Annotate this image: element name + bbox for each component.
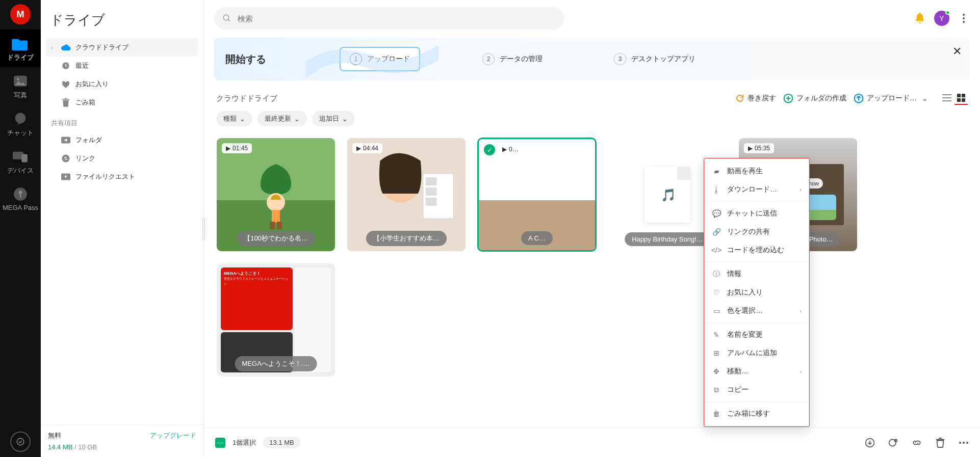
menu-download[interactable]: ⭳ダウンロード…› (705, 180, 809, 199)
rail-photos[interactable]: 写真 (0, 67, 41, 105)
user-avatar[interactable]: Y (934, 11, 949, 26)
svg-point-36 (959, 442, 961, 444)
storage-used: 14.4 MB (48, 443, 72, 451)
menu-favourite[interactable]: ♡お気に入り (705, 283, 809, 302)
banner-title: 開始する (225, 52, 266, 66)
shared-file-request[interactable]: ファイルリクエスト (46, 168, 198, 186)
duration-badge: ▶ 0… (498, 144, 523, 154)
upload-icon (854, 93, 864, 103)
tree-cloud-drive[interactable]: › クラウドドライブ (46, 38, 198, 57)
sidebar: ドライブ › クラウドドライブ 最近 お気に入り ごみ箱 共 (41, 0, 204, 457)
image-icon (12, 73, 29, 89)
svg-point-15 (963, 17, 965, 19)
search-input[interactable] (238, 14, 556, 23)
filter-chips: 種類⌄ 最終更新⌄ 追加日⌄ (204, 108, 980, 133)
menu-copy[interactable]: ⧉コピー (705, 381, 809, 399)
file-caption: Happy Birthday Song!… (625, 232, 710, 246)
chat-icon: 💬 (712, 209, 721, 218)
rail-megapass[interactable]: MEGA Pass (0, 180, 41, 217)
sb-link-button[interactable] (912, 438, 922, 448)
search-box[interactable] (214, 7, 564, 30)
sb-trash-button[interactable] (935, 438, 945, 448)
selection-badge[interactable]: — (215, 438, 225, 448)
upgrade-link[interactable]: アップグレード (150, 431, 196, 440)
rail-achievements[interactable] (10, 432, 31, 452)
svg-rect-20 (962, 94, 965, 97)
step-upload[interactable]: 1 アップロード (340, 47, 420, 71)
devices-icon (12, 149, 29, 164)
step-desktop-app[interactable]: 3 デスクトップアプリ (605, 48, 705, 70)
more-menu-button[interactable] (958, 12, 970, 24)
svg-rect-19 (957, 94, 961, 97)
mega-logo[interactable]: M (10, 4, 31, 24)
tree-trash[interactable]: ごみ箱 (46, 93, 198, 112)
menu-add-to-album[interactable]: ⊞アルバムに追加 (705, 344, 809, 362)
file-card[interactable]: MEGAへようこそ！安全なクラウドストレージとコミュニケーション MEGAへよう… (216, 263, 336, 377)
rewind-button[interactable]: 巻き戻す (735, 94, 776, 103)
banner-close-button[interactable]: ✕ (952, 45, 962, 58)
chevron-right-icon: › (800, 308, 802, 314)
menu-play-video[interactable]: ▰動画を再生 (705, 162, 809, 180)
tree-favourites[interactable]: お気に入り (46, 75, 198, 93)
chip-added[interactable]: 追加日⌄ (312, 111, 355, 126)
shared-folder[interactable]: フォルダ (46, 131, 198, 149)
chat-send-icon (888, 438, 898, 448)
new-folder-button[interactable]: フォルダの作成 (783, 93, 846, 103)
file-card[interactable]: ✓ ▶ 0… A C… (477, 138, 597, 252)
svg-rect-31 (426, 187, 437, 196)
menu-send-to-chat[interactable]: 💬チャットに送信 (705, 204, 809, 223)
file-card[interactable]: ▶ 04:44 【小学生おすすめ本… (347, 138, 466, 252)
duration-badge: ▶ 01:45 (222, 143, 252, 153)
sb-send-chat-button[interactable] (888, 438, 898, 448)
svg-rect-7 (20, 194, 21, 198)
sidebar-title: ドライブ (41, 0, 203, 38)
svg-rect-26 (277, 222, 282, 229)
grid-icon (957, 94, 965, 102)
step-manage-data[interactable]: 2 データの管理 (473, 48, 552, 70)
key-icon (12, 186, 29, 202)
menu-rename[interactable]: ✎名前を変更 (705, 326, 809, 344)
chevron-down-icon: ⌄ (240, 115, 245, 123)
presence-dot (945, 10, 950, 15)
svg-point-14 (963, 14, 965, 16)
rail-drive[interactable]: ドライブ (0, 30, 41, 67)
plan-label: 無料 (48, 431, 61, 440)
tree-recent[interactable]: 最近 (46, 57, 198, 75)
album-icon: ⊞ (712, 348, 721, 358)
svg-rect-24 (272, 210, 280, 223)
toolbar: クラウドドライブ 巻き戻す フォルダの作成 アップロード… ⌄ (204, 87, 980, 108)
trash-icon: 🗑 (712, 409, 721, 418)
rail-chat[interactable]: チャット (0, 105, 41, 143)
file-card[interactable]: ▶ 01:45 【100秒でわかる名… (216, 138, 336, 252)
notifications-button[interactable] (914, 12, 926, 24)
svg-point-13 (223, 15, 229, 20)
menu-move[interactable]: ✥移動…› (705, 362, 809, 381)
menu-info[interactable]: ⓘ情報 (705, 265, 809, 283)
file-caption: MEGAへようこそ！.… (235, 356, 317, 371)
menu-move-to-trash[interactable]: 🗑ごみ箱に移す (705, 405, 809, 423)
svg-rect-32 (426, 198, 437, 206)
view-grid-button[interactable] (955, 92, 968, 105)
copy-icon: ⧉ (712, 385, 721, 394)
download-icon: ⭳ (712, 185, 721, 194)
menu-embed-code[interactable]: </>コードを埋め込む (705, 241, 809, 259)
main-area: Y 開始する 1 アップロード 2 データの管理 3 デスクトップアプリ ✕ (204, 0, 980, 457)
menu-select-colour[interactable]: ▭色を選択…› (705, 302, 809, 320)
breadcrumb[interactable]: クラウドドライブ (216, 94, 728, 103)
inbox-icon (61, 172, 70, 181)
tag-icon: ▭ (712, 306, 721, 315)
sb-more-button[interactable] (959, 438, 969, 448)
svg-rect-30 (426, 177, 437, 185)
rail-devices[interactable]: デバイス (0, 143, 41, 180)
chip-type[interactable]: 種類⌄ (216, 111, 252, 126)
video-icon: ▰ (712, 167, 721, 176)
shared-link[interactable]: リンク (46, 149, 198, 168)
folder-icon (12, 36, 29, 51)
sb-download-button[interactable] (865, 438, 875, 448)
menu-share-link[interactable]: 🔗リンクの共有 (705, 223, 809, 241)
rewind-icon (735, 94, 744, 103)
view-list-button[interactable] (940, 92, 953, 105)
upload-button[interactable]: アップロード… ⌄ (854, 93, 928, 103)
chip-modified[interactable]: 最終更新⌄ (257, 111, 307, 126)
move-icon: ✥ (712, 367, 721, 376)
